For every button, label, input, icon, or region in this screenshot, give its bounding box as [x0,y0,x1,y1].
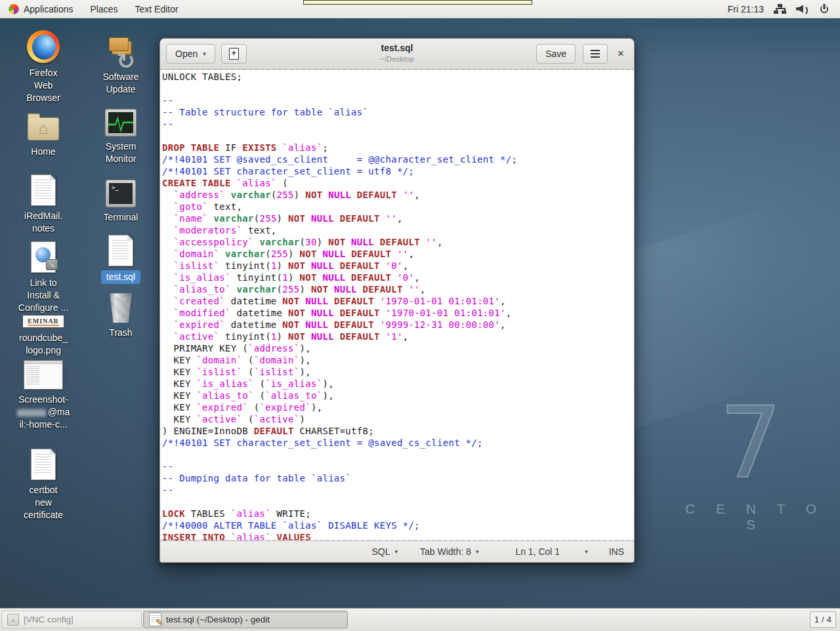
code-line: -- Table structure for table `alias` [162,106,634,118]
code-line: `goto` text, [162,201,634,213]
code-line: `name` varchar(255) NOT NULL DEFAULT '', [162,213,634,224]
desktop-icon-label: certbotnewcertificate [5,484,81,521]
code-line [162,130,634,142]
gedit-titlebar[interactable]: Open ▾ test.sql ~/Desktop Save × [160,39,634,70]
code-line [162,496,634,508]
desktop-icon-home[interactable]: Home [5,108,81,158]
code-line: `moderators` text, [162,224,634,236]
desktop-icon-label: Screenshot-@mail:-home-c... [5,394,81,431]
desktop-icon-terminal[interactable]: Terminal [83,173,159,224]
code-line: -- [162,484,634,496]
taskbar-item-gedit[interactable]: test.sql (~/Desktop) - gedit [143,611,348,628]
new-document-icon [229,48,239,60]
applications-menu-icon [7,2,21,16]
code-editor[interactable]: UNLOCK TABLES;---- Table structure for t… [160,70,634,540]
code-line: PRIMARY KEY (`address`), [162,342,634,354]
network-icon[interactable] [774,4,786,14]
system-monitor-icon [83,102,159,136]
language-selector[interactable]: SQL ▾ [372,546,398,557]
hamburger-menu-button[interactable] [583,44,608,64]
taskbar-item-vnc-config[interactable]: [VNC config] [1,611,142,628]
desktop-icon-label: test.sql [83,270,159,284]
applications-menu[interactable]: Applications [0,0,82,18]
document-icon [5,172,81,206]
centos-numeral: 7 [672,394,830,492]
code-line: INSERT INTO `alias` VALUES [162,531,634,540]
code-line: KEY `domain` (`domain`), [162,354,634,366]
open-button-label: Open [175,49,198,59]
home-folder-icon [5,108,81,142]
desktop-icon-link-to-install-configure[interactable]: Link toInstall &Configure ... [5,239,81,314]
desktop-icon-trash[interactable]: Trash [83,289,159,339]
document-icon [83,232,159,266]
desktop-icon-software-update[interactable]: SoftwareUpdate [83,33,159,96]
code-line [162,449,634,460]
code-line: `active` tinyint(1) NOT NULL DEFAULT '1'… [162,331,634,342]
places-menu[interactable]: Places [82,0,127,18]
clock[interactable]: Fri 21:13 [728,4,764,14]
desktop-icon-label: SystemMonitor [83,140,159,165]
code-line: /*!40000 ALTER TABLE `alias` DISABLE KEY… [162,519,634,531]
desktop-icon-screenshot-file[interactable]: Screenshot-@mail:-home-c... [5,359,81,431]
document-icon [5,446,81,480]
taskbar-item-label: [VNC config] [24,615,74,624]
new-document-button[interactable] [221,44,247,64]
software-update-icon [83,33,159,67]
code-line: `alias_to` varchar(255) NOT NULL DEFAULT… [162,283,634,295]
code-line: DROP TABLE IF EXISTS `alias`; [162,142,634,153]
goto-line-dropdown[interactable]: ▾ [585,548,588,555]
power-icon[interactable] [819,4,830,14]
code-line: -- [162,94,634,106]
language-label: SQL [372,546,390,557]
insert-mode-indicator: INS [609,546,624,557]
applications-menu-label: Applications [24,4,74,14]
chevron-down-icon: ▾ [395,548,398,555]
workspace-switcher[interactable]: 1 / 4 [810,611,836,628]
code-line: LOCK TABLES `alias` WRITE; [162,508,634,519]
code-line: ) ENGINE=InnoDB DEFAULT CHARSET=utf8; [162,425,634,437]
workspace-label: 1 / 4 [814,615,831,624]
save-button-label: Save [545,49,566,59]
desktop-icon-label: iRedMail.notes [5,210,81,235]
code-line: `islist` tinyint(1) NOT NULL DEFAULT '0'… [162,260,634,272]
desktop-icon-label: FirefoxWebBrowser [5,67,81,104]
chevron-down-icon: ▾ [585,548,588,555]
window-subtitle: ~/Desktop [239,54,555,64]
desktop-icon-system-monitor[interactable]: SystemMonitor [83,102,159,165]
redacted-text [17,409,46,417]
code-line: UNLOCK TABLES; [162,71,634,83]
desktop-icon-label: Terminal [83,211,159,224]
centos-wordmark: C E N T O S [672,501,830,533]
desktop-icon-iredmail-notes[interactable]: iRedMail.notes [5,172,81,235]
text-editor-menu[interactable]: Text Editor [127,0,187,18]
volume-icon[interactable] [796,4,809,14]
tab-width-selector[interactable]: Tab Width: 8 ▾ [420,546,478,557]
trash-icon [83,289,159,323]
text-editor-menu-label: Text Editor [135,4,178,14]
taskbar-item-label: test.sql (~/Desktop) - gedit [166,615,270,624]
desktop-icon-roundcube-logo-png[interactable]: roundcube_logo.png [5,315,81,357]
insert-mode-label: INS [609,546,624,557]
code-line: `domain` varchar(255) NOT NULL DEFAULT '… [162,248,634,260]
code-line: /*!40101 SET character_set_client = utf8… [162,165,634,177]
screenshot-thumbnail [5,359,81,390]
desktop-icon-firefox-web-browser[interactable]: FirefoxWebBrowser [5,29,81,104]
code-line: -- Dumping data for table `alias` [162,472,634,484]
code-line: KEY `active` (`active`) [162,413,634,425]
code-line: KEY `islist` (`islist`), [162,366,634,378]
close-button[interactable]: × [615,44,627,64]
cursor-position: Ln 1, Col 1 [515,546,560,557]
desktop-icon-certbot-new-certificate[interactable]: certbotnewcertificate [5,446,81,521]
cursor-position-label: Ln 1, Col 1 [515,546,560,557]
open-button[interactable]: Open ▾ [166,44,215,64]
gedit-statusbar: SQL ▾ Tab Width: 8 ▾ Ln 1, Col 1 ▾ INS [160,540,634,562]
save-button[interactable]: Save [536,44,576,64]
minimized-window-strip[interactable] [303,0,532,5]
terminal-icon [83,173,159,207]
desktop-icon-test-sql[interactable]: test.sql [83,232,159,284]
code-line: -- [162,460,634,472]
centos-watermark: 7 C E N T O S [672,394,830,533]
code-line: `created` datetime NOT NULL DEFAULT '197… [162,295,634,307]
code-line: `expired` datetime NOT NULL DEFAULT '999… [162,319,634,331]
hamburger-menu-icon [591,53,600,55]
